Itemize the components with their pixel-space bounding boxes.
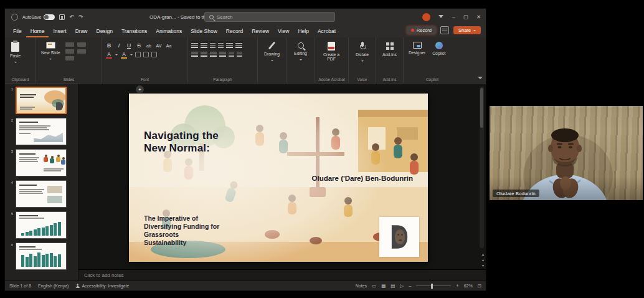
decrease-indent-icon[interactable] [210, 43, 215, 49]
slide-thumbnail-1[interactable] [16, 87, 67, 114]
text-shadow-button[interactable]: ab [145, 44, 153, 48]
copilot-button[interactable]: Copilot [430, 41, 447, 57]
columns-icon[interactable] [235, 43, 242, 49]
zoom-slider-knob[interactable] [431, 284, 433, 289]
tab-record[interactable]: Record [222, 25, 247, 37]
tab-acrobat[interactable]: Acrobat [313, 25, 340, 37]
designer-button[interactable]: Designer [407, 41, 427, 56]
normal-view-icon[interactable]: ▭ [372, 284, 376, 289]
slide-title-text[interactable]: Navigating the New Normal: [144, 130, 219, 154]
fit-to-window-icon[interactable]: ⊡ [478, 284, 481, 289]
slide-counter[interactable]: Slide 1 of 8 [9, 284, 31, 288]
slide-show-icon[interactable]: ▷ [400, 284, 404, 289]
slide-canvas[interactable]: Navigating the New Normal: Oludare ('Dar… [129, 94, 428, 262]
tab-help[interactable]: Help [293, 25, 313, 37]
reuse-slides-icon[interactable] [77, 42, 86, 47]
scrollbar-thumb[interactable] [480, 88, 483, 128]
restore-button[interactable]: ▢ [463, 14, 468, 20]
editing-button[interactable]: Editing [290, 41, 311, 63]
zoom-out-icon[interactable]: – [409, 284, 411, 289]
tab-review[interactable]: Review [247, 25, 273, 37]
font-size-decrease-icon[interactable] [151, 52, 157, 57]
account-icon[interactable] [11, 14, 18, 21]
previous-slide-icon[interactable]: ▲ [481, 258, 485, 262]
close-button[interactable]: ✕ [476, 14, 481, 20]
minimize-button[interactable]: – [452, 14, 455, 20]
slide-thumbnail-6[interactable] [16, 243, 67, 270]
create-pdf-button[interactable]: Create a PDF [318, 41, 344, 63]
section-icon[interactable] [65, 56, 74, 60]
slide-author-text[interactable]: Oludare ('Dare) Ben-Bodunrin [312, 175, 413, 182]
ribbon-options-icon[interactable] [438, 14, 444, 20]
text-direction-icon[interactable] [229, 52, 234, 57]
save-icon[interactable] [59, 14, 65, 20]
accessibility-checker[interactable]: Accessibility: Investigate [75, 284, 129, 288]
numbering-icon[interactable] [201, 43, 207, 49]
slide-logo[interactable] [379, 217, 419, 257]
align-center-icon[interactable] [201, 52, 207, 57]
highlight-color-button[interactable]: A [120, 52, 128, 57]
strikethrough-button[interactable]: S [135, 43, 143, 49]
slide-subtitle-text[interactable]: The Imperative of Diversifying Funding f… [144, 214, 219, 248]
align-right-icon[interactable] [210, 52, 217, 57]
tab-design[interactable]: Design [92, 25, 117, 37]
drawing-button[interactable]: Drawing [261, 41, 283, 64]
tab-animations[interactable]: Animations [151, 25, 186, 37]
slide-thumbnail-4[interactable] [16, 180, 67, 208]
paste-button[interactable]: Paste [8, 41, 22, 65]
undo-icon[interactable]: ↶ [69, 14, 74, 20]
slide-thumbnail-5[interactable] [16, 211, 67, 239]
next-slide-icon[interactable]: ▼ [481, 264, 485, 267]
reset-icon[interactable] [65, 49, 74, 54]
tab-insert[interactable]: Insert [49, 25, 70, 37]
justify-icon[interactable] [219, 52, 226, 57]
search-input[interactable] [217, 14, 330, 20]
change-case-button[interactable]: Aa [165, 44, 173, 48]
design-ideas-icon[interactable]: ✦ [136, 85, 144, 94]
tab-view[interactable]: View [273, 25, 293, 37]
tab-slide-show[interactable]: Slide Show [186, 25, 222, 37]
collapse-ribbon-icon[interactable] [478, 77, 483, 82]
slide-thumbnail-3[interactable] [16, 149, 67, 176]
slides-extra-icon[interactable] [77, 49, 86, 54]
tab-home[interactable]: Home [26, 25, 49, 37]
slide-sorter-icon[interactable]: ▦ [381, 284, 386, 289]
redo-icon[interactable]: ↷ [78, 14, 83, 20]
dictate-button[interactable]: Dictate [352, 41, 372, 64]
bullets-icon[interactable] [191, 43, 198, 49]
notes-pane[interactable]: Click to add notes [78, 269, 486, 281]
align-left-icon[interactable] [191, 52, 198, 57]
underline-button[interactable]: U [125, 43, 133, 49]
addins-button[interactable]: Add-ins [379, 41, 400, 58]
tab-draw[interactable]: Draw [71, 25, 92, 37]
italic-button[interactable]: I [115, 43, 123, 49]
scroll-up-icon[interactable]: ▲ [481, 252, 485, 256]
autosave-toggle[interactable]: AutoSave [22, 14, 55, 20]
language-indicator[interactable]: English (Kenya) [38, 284, 69, 288]
increase-indent-icon[interactable] [218, 43, 224, 49]
comments-icon[interactable] [440, 26, 449, 34]
share-button[interactable]: Share [453, 26, 481, 34]
zoom-percentage[interactable]: 62% [464, 284, 473, 288]
user-avatar[interactable] [422, 13, 430, 21]
participant-video-tile[interactable]: Oludare Bodunrin [490, 106, 643, 200]
vertical-scrollbar[interactable] [480, 87, 484, 248]
search-box[interactable] [204, 12, 335, 22]
line-spacing-icon[interactable] [226, 43, 233, 49]
zoom-in-icon[interactable]: + [456, 284, 458, 289]
character-spacing-button[interactable]: AV [155, 44, 163, 48]
bold-button[interactable]: B [105, 43, 113, 49]
clear-formatting-icon[interactable] [135, 52, 141, 57]
slide-thumbnail-2[interactable] [16, 118, 67, 145]
font-color-button[interactable]: A [105, 52, 113, 57]
font-size-increase-icon[interactable] [143, 52, 149, 57]
zoom-slider[interactable] [416, 286, 451, 286]
slide-editing-area[interactable]: ✦ [78, 84, 486, 269]
tab-transitions[interactable]: Transitions [117, 25, 151, 37]
notes-button[interactable]: Notes [356, 284, 367, 288]
smartart-icon[interactable] [237, 52, 242, 57]
record-button[interactable]: Record [407, 26, 436, 34]
reading-view-icon[interactable]: ▤ [391, 284, 395, 289]
layout-icon[interactable] [65, 42, 74, 47]
tab-file[interactable]: File [9, 25, 26, 37]
